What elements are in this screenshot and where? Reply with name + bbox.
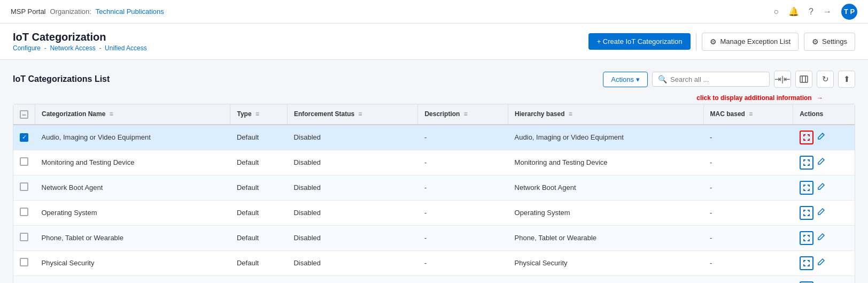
actions-cell xyxy=(800,231,848,245)
description-filter-icon[interactable]: ≡ xyxy=(464,110,468,118)
col-hierarchy-based-label: Hierarchy based xyxy=(515,110,564,118)
arrow-right-icon: → xyxy=(817,94,823,102)
settings-label: Settings xyxy=(822,37,847,45)
table-row: Network Boot AgentDefaultDisabled-Networ… xyxy=(13,175,855,200)
search-icon[interactable]: ○ xyxy=(773,7,779,17)
cell-description: - xyxy=(418,175,508,200)
cell-type: Default xyxy=(230,125,287,150)
cell-description: - xyxy=(418,150,508,175)
gear-icon-settings: ⚙ xyxy=(812,37,819,46)
actions-cell xyxy=(800,206,848,220)
avatar[interactable]: T P xyxy=(841,4,857,20)
row-checkbox[interactable] xyxy=(20,133,28,142)
actions-cell xyxy=(800,281,848,284)
search-box: 🔍 xyxy=(652,72,770,87)
expand-icon[interactable] xyxy=(800,256,813,270)
col-actions: Actions xyxy=(793,104,855,125)
row-checkbox[interactable] xyxy=(20,233,28,241)
row-checkbox-cell xyxy=(13,125,35,150)
categorization-filter-icon[interactable]: ≡ xyxy=(110,110,113,118)
search-icon-input: 🔍 xyxy=(658,75,667,83)
cell-actions xyxy=(793,150,855,175)
expand-icon[interactable] xyxy=(800,281,813,284)
actions-cell xyxy=(800,181,848,195)
manage-exception-button[interactable]: ⚙ Manage Exception List xyxy=(702,33,799,51)
cell-actions xyxy=(793,125,855,150)
expand-icon[interactable] xyxy=(800,131,813,144)
list-actions: Actions ▾ 🔍 ⇥|⇤ ↻ ⬆ xyxy=(603,71,855,88)
row-checkbox-cell xyxy=(13,150,35,175)
settings-button[interactable]: ⚙ Settings xyxy=(804,33,855,51)
cell-enforcement-status: Disabled xyxy=(287,250,418,276)
page-header-left: IoT Categorization Configure - Network A… xyxy=(13,31,147,52)
table-row: Physical SecurityDefaultDisabled-Physica… xyxy=(13,250,855,276)
row-checkbox[interactable] xyxy=(20,182,28,191)
search-input[interactable] xyxy=(670,75,764,83)
expand-icon[interactable] xyxy=(800,231,813,245)
col-categorization-name: Categorization Name ≡ xyxy=(35,104,230,125)
edit-icon[interactable] xyxy=(817,157,825,167)
actions-button[interactable]: Actions ▾ xyxy=(603,72,648,87)
help-icon[interactable]: ? xyxy=(809,7,813,17)
edit-icon[interactable] xyxy=(817,208,825,218)
fit-columns-button[interactable]: ⇥|⇤ xyxy=(774,71,791,88)
cell-hierarchy-based: Monitoring and Testing Device xyxy=(508,150,703,175)
cell-actions xyxy=(793,250,855,276)
row-checkbox[interactable] xyxy=(20,208,28,216)
cell-actions xyxy=(793,276,855,283)
table-row: Monitoring and Testing DeviceDefaultDisa… xyxy=(13,150,855,175)
cell-categorization-name: Physical Security xyxy=(35,250,230,276)
top-nav: MSP Portal Organization: Technical Publi… xyxy=(0,0,868,24)
cell-description: - xyxy=(418,225,508,250)
cell-enforcement-status: Disabled xyxy=(287,225,418,250)
edit-icon[interactable] xyxy=(817,182,825,193)
expand-icon[interactable] xyxy=(800,181,813,195)
content-area: IoT Categorizations List Actions ▾ 🔍 ⇥|⇤… xyxy=(0,60,868,283)
cell-actions xyxy=(793,200,855,225)
cell-hierarchy-based: Operating System xyxy=(508,200,703,225)
row-checkbox[interactable] xyxy=(20,157,28,166)
edit-icon[interactable] xyxy=(817,233,825,243)
gear-icon-manage: ⚙ xyxy=(710,37,717,46)
breadcrumb-unified-access[interactable]: Unified Access xyxy=(105,44,147,52)
col-mac-based-label: MAC based xyxy=(710,110,745,118)
refresh-button[interactable]: ↻ xyxy=(817,71,834,88)
org-name[interactable]: Technical Publications xyxy=(96,7,164,16)
cell-categorization-name: Phone, Tablet or Wearable xyxy=(35,225,230,250)
msp-portal-link[interactable]: MSP Portal xyxy=(11,7,46,16)
arrow-icon[interactable]: → xyxy=(823,7,832,17)
col-description-label: Description xyxy=(424,110,460,118)
cell-type: Default xyxy=(230,225,287,250)
table-row: Point of Sale DeviceDefaultDisabled-Poin… xyxy=(13,276,855,283)
mac-filter-icon[interactable]: ≡ xyxy=(749,110,753,118)
row-checkbox-cell xyxy=(13,276,35,283)
create-iot-button[interactable]: + Create IoT Categorization xyxy=(588,33,691,50)
edit-icon[interactable] xyxy=(817,258,825,268)
cell-actions xyxy=(793,175,855,200)
actions-cell xyxy=(800,156,848,170)
header-checkbox[interactable] xyxy=(20,110,28,119)
cell-mac-based: - xyxy=(703,200,793,225)
row-checkbox-cell xyxy=(13,200,35,225)
breadcrumb-configure[interactable]: Configure xyxy=(13,44,41,52)
hierarchy-filter-icon[interactable]: ≡ xyxy=(569,110,572,118)
edit-columns-button[interactable] xyxy=(795,71,812,88)
row-checkbox[interactable] xyxy=(20,258,28,266)
page-header: IoT Categorization Configure - Network A… xyxy=(0,24,868,60)
iot-table: Categorization Name ≡ Type ≡ Enforcement… xyxy=(13,104,855,283)
cell-enforcement-status: Disabled xyxy=(287,200,418,225)
type-filter-icon[interactable]: ≡ xyxy=(255,110,259,118)
enforcement-filter-icon[interactable]: ≡ xyxy=(359,110,362,118)
expand-icon[interactable] xyxy=(800,156,813,170)
export-button[interactable]: ⬆ xyxy=(838,71,855,88)
cell-hierarchy-based: Point of Sale Device xyxy=(508,276,703,283)
breadcrumb-network-access[interactable]: Network Access xyxy=(50,44,95,52)
cell-type: Default xyxy=(230,276,287,283)
org-label: Organization: xyxy=(50,7,91,16)
edit-icon[interactable] xyxy=(817,132,825,142)
bell-icon[interactable]: 🔔 xyxy=(788,6,799,17)
tooltip-text: click to display additional information xyxy=(696,94,811,102)
expand-icon[interactable] xyxy=(800,206,813,220)
col-type-label: Type xyxy=(237,110,251,118)
cell-type: Default xyxy=(230,250,287,276)
